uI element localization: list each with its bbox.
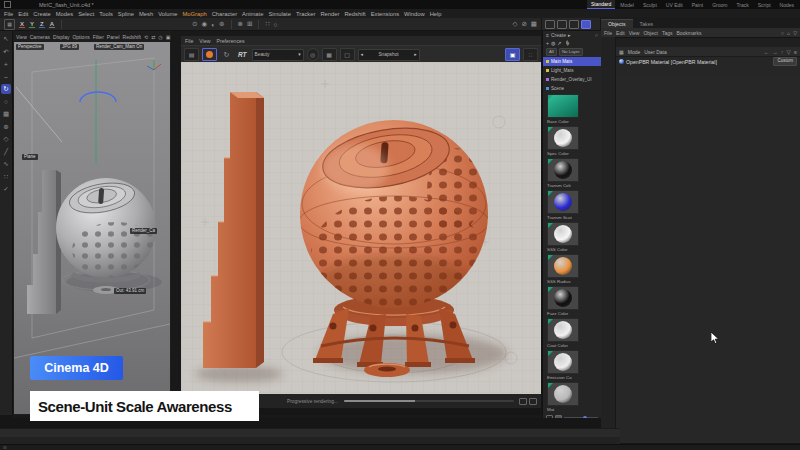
material-swatch-coat-color[interactable]: Coat Color: [543, 317, 601, 349]
material-filter-no-layer[interactable]: No Layer: [559, 48, 583, 56]
search-icon[interactable]: ○: [781, 30, 784, 36]
home-icon[interactable]: ⌂: [787, 30, 790, 36]
layout-tab-sculpt[interactable]: Sculpt: [639, 1, 661, 9]
filter-icon[interactable]: ▽: [787, 49, 791, 55]
menu-select[interactable]: Select: [78, 11, 94, 17]
menu-animate[interactable]: Animate: [242, 11, 263, 17]
render-canvas[interactable]: [181, 62, 541, 394]
viewport-menu-display[interactable]: Display: [53, 34, 69, 40]
object-menu-object[interactable]: Object: [643, 30, 657, 36]
layout-monitor-icon-2[interactable]: [557, 20, 567, 29]
aov-dropdown[interactable]: Beauty▾: [252, 49, 304, 61]
menu-mesh[interactable]: Mesh: [139, 11, 153, 17]
object-menu-bookmarks[interactable]: Bookmarks: [676, 30, 701, 36]
menu-spline[interactable]: Spline: [118, 11, 134, 17]
tool-modeling-icon[interactable]: ▦: [1, 109, 11, 119]
menu-icon[interactable]: ≡: [794, 49, 797, 55]
team-render-button[interactable]: ⊛: [219, 20, 224, 28]
viewport-menu-icon-0[interactable]: ⟲: [144, 34, 148, 40]
menu-help[interactable]: Help: [430, 11, 442, 17]
material-layer-render-overlay-ui[interactable]: Render_Overlay_UI: [543, 75, 601, 84]
tool-snap-icon[interactable]: ⊕: [1, 122, 11, 132]
tool-rotate-icon[interactable]: ↻: [1, 84, 11, 94]
rt-toggle[interactable]: RT: [238, 51, 247, 58]
mode-menu[interactable]: Mode: [628, 49, 641, 55]
menu-volume[interactable]: Volume: [158, 11, 177, 17]
last-tool-button[interactable]: ▦: [4, 19, 15, 30]
tool-spline-icon[interactable]: ∿: [1, 159, 11, 169]
simulate-icon[interactable]: ⊞: [247, 20, 252, 28]
viewport-menu-filter[interactable]: Filter: [93, 34, 104, 40]
viewport-menu-icon-2[interactable]: ◷: [158, 34, 162, 40]
material-swatch-base-color[interactable]: Base Color: [543, 93, 601, 125]
layout-tab-track[interactable]: Track: [732, 1, 752, 9]
material-swatch-spec-color[interactable]: Spec Color: [543, 125, 601, 157]
renderview-menu-view[interactable]: View: [199, 38, 210, 44]
hamburger-icon[interactable]: ≡: [546, 32, 549, 38]
workplane-icon[interactable]: ⊘: [521, 20, 526, 28]
layout-tab-script[interactable]: Script: [754, 1, 775, 9]
tool-undo-icon[interactable]: ↶: [1, 47, 11, 57]
tool-pen-icon[interactable]: ╱: [1, 147, 11, 157]
axis-y-lock[interactable]: Y: [29, 21, 35, 28]
hud-projection[interactable]: Perspective: [16, 44, 44, 50]
tool-axis-icon[interactable]: ◇: [1, 134, 11, 144]
viewport-menu-redshift[interactable]: Redshift: [123, 34, 141, 40]
material-swatch-mat[interactable]: Mat: [543, 381, 601, 413]
axis-x-lock[interactable]: X: [19, 21, 25, 28]
hud-active-camera[interactable]: Render_Cam_Main On: [94, 44, 144, 50]
material-swatch-emission-co[interactable]: Emission Co: [543, 349, 601, 381]
material-swatch-sss-color[interactable]: SSS Color: [543, 221, 601, 253]
menu-window[interactable]: Window: [404, 11, 425, 17]
render-settings-button[interactable]: ◉: [202, 20, 208, 28]
menu-tracker[interactable]: Tracker: [296, 11, 315, 17]
forward-icon[interactable]: →: [772, 49, 778, 55]
panel-divider[interactable]: [171, 31, 181, 415]
crop-icon[interactable]: ▢: [340, 48, 355, 61]
region-icon[interactable]: ▦: [322, 48, 337, 61]
axis-z-lock[interactable]: Z: [39, 21, 45, 28]
add-material-icon[interactable]: +: [546, 40, 549, 46]
up-icon[interactable]: ↑: [781, 49, 784, 55]
restart-render-icon[interactable]: ↻: [220, 49, 233, 60]
viewport-menu-icon-3[interactable]: ▣: [166, 34, 171, 40]
eyedropper-icon[interactable]: [566, 40, 570, 46]
menu-mograph[interactable]: MoGraph: [182, 11, 206, 17]
field-icon[interactable]: ○: [274, 21, 278, 28]
cloner-icon[interactable]: ∷: [265, 20, 269, 28]
create-menu[interactable]: Create: [551, 32, 566, 38]
material-swatch-fuzz-color[interactable]: Fuzz Color: [543, 285, 601, 317]
menu-file[interactable]: File: [4, 11, 13, 17]
snap-icon[interactable]: ◇: [512, 20, 517, 28]
viewport-menu-cameras[interactable]: Cameras: [30, 34, 50, 40]
tool-select-icon[interactable]: ↖: [1, 34, 11, 44]
renderview-menu-file[interactable]: File: [185, 38, 193, 44]
search-icon[interactable]: ○: [595, 32, 598, 38]
material-filter-all[interactable]: All: [546, 48, 557, 56]
footer-icon-2[interactable]: [529, 398, 537, 405]
menu-edit[interactable]: Edit: [18, 11, 28, 17]
viewport-menu-icon-1[interactable]: ⇄: [151, 34, 155, 40]
start-ipr-button[interactable]: [202, 48, 217, 61]
tool-move-icon[interactable]: +: [1, 59, 11, 69]
viewport-menu-panel[interactable]: Panel: [107, 34, 120, 40]
menu-modes[interactable]: Modes: [56, 11, 73, 17]
ipr-button[interactable]: ◐: [211, 21, 215, 28]
material-swatch-sss-radius[interactable]: SSS Radius: [543, 253, 601, 285]
material-swatch-transm-scat[interactable]: Transm Scat: [543, 189, 601, 221]
layout-tab-paint[interactable]: Paint: [688, 1, 707, 9]
layout-tab-model[interactable]: Model: [616, 1, 638, 9]
renderview-menu-preferences[interactable]: Preferences: [217, 38, 245, 44]
layout-monitor-icon-3[interactable]: [569, 20, 579, 29]
object-menu-view[interactable]: View: [629, 30, 640, 36]
layout-tab-uv-edit[interactable]: UV Edit: [662, 1, 687, 9]
footer-icon-1[interactable]: [519, 398, 527, 405]
grid-icon[interactable]: ▦: [619, 49, 624, 55]
panel-tab-objects[interactable]: Objects: [601, 19, 633, 28]
layout-tab-groom[interactable]: Groom: [708, 1, 731, 9]
back-icon[interactable]: ←: [764, 49, 770, 55]
viewport-menu-view[interactable]: View: [16, 34, 27, 40]
menu-character[interactable]: Character: [212, 11, 237, 17]
material-layer-light-mats[interactable]: Light_Mats: [543, 66, 601, 75]
tool-points-icon[interactable]: ∷: [1, 172, 11, 182]
